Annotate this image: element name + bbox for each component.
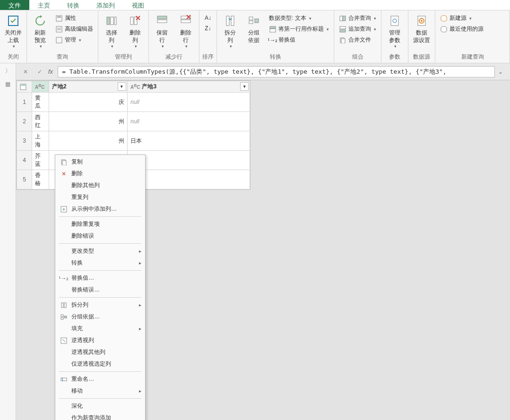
svg-rect-24 [340,30,346,32]
svg-rect-19 [270,26,276,28]
menu-unpivot-selected[interactable]: 仅逆透视选定列 [55,358,145,370]
column-context-menu: 复制 ✕删除 删除其他列 重复列 从示例中添加列… 删除重复项 删除错误 更改类… [55,154,146,420]
svg-rect-6 [111,17,113,25]
submenu-arrow-icon: ▸ [139,260,141,266]
menu-replace-values[interactable]: ¹→₂替换值… [55,272,145,284]
first-row-headers-button[interactable]: 将第一行用作标题▾ [267,24,331,34]
menu-delete[interactable]: ✕删除 [55,168,145,180]
properties-button[interactable]: 属性 [53,13,95,23]
remove-columns-button[interactable]: 删除 列▾ [125,12,146,51]
merge-queries-button[interactable]: 合并查询▾ [337,13,378,23]
column-header-origin3[interactable]: ABC 产地3 ▾ [127,81,250,93]
svg-rect-27 [391,16,398,26]
queries-pane-collapsed[interactable]: 〉 ▦ [0,63,16,420]
tab-add-column[interactable]: 添加列 [88,0,123,10]
menu-unpivot[interactable]: 逆透视列 [55,334,145,346]
column-header-category[interactable]: ABC [32,81,49,93]
cell[interactable]: 黄瓜 [32,93,49,112]
table-row[interactable]: 3上海州日本 [17,131,250,151]
cell[interactable]: 州 [49,112,128,131]
svg-rect-23 [340,26,346,29]
manage-params-button[interactable]: 管理 参数▾ [384,12,405,51]
menu-change-type[interactable]: 更改类型▸ [55,245,145,257]
cell[interactable]: 芥蓝 [32,151,49,170]
column-header-origin2[interactable]: 产地2 ▾ [49,81,128,93]
new-source-button[interactable]: 新建源▾ [438,13,485,23]
menu-add-from-example[interactable]: 从示例中添加列… [55,203,145,215]
formula-expand-button[interactable]: ⌄ [495,69,506,75]
svg-rect-11 [157,20,167,23]
tab-view[interactable]: 视图 [123,0,153,10]
select-columns-button[interactable]: 选择 列▾ [101,12,122,51]
manage-button[interactable]: 管理▾ [53,35,95,45]
menu-drill-down[interactable]: 深化 [55,400,145,412]
submenu-arrow-icon: ▸ [139,388,141,394]
menu-move[interactable]: 移动▸ [55,385,145,397]
remove-rows-button[interactable]: 删除 行▾ [175,12,196,51]
svg-rect-42 [61,317,63,319]
cell[interactable]: 西红 [32,112,49,131]
cell[interactable]: 庆 [49,93,128,112]
menu-fill[interactable]: 填充▸ [55,323,145,334]
menu-as-new-query[interactable]: 作为新查询添加 [55,412,145,420]
append-queries-button[interactable]: 追加查询▾ [337,24,378,34]
unpivot-icon [59,337,69,344]
cell[interactable]: 州 [49,131,128,151]
group-combine-label: 组合 [337,52,378,63]
combine-files-button[interactable]: 合并文件 [337,35,378,45]
corner-cell[interactable] [17,81,32,93]
group-transform-label: 转换 [220,52,331,63]
formula-commit-button[interactable]: ✓ [34,66,45,77]
menu-rename[interactable]: 重命名… [55,373,145,385]
menu-copy[interactable]: 复制 [55,156,145,168]
group-query: 刷新 预览▾ 属性 高级编辑器 管理▾ 查询 [27,10,98,63]
column-filter-button[interactable]: ▾ [118,82,126,91]
advanced-editor-button[interactable]: 高级编辑器 [53,24,95,34]
cell-null[interactable]: null [127,93,250,112]
data-type-button[interactable]: 数据类型: 文本▾ [267,13,331,23]
split-column-button[interactable]: 拆分 列▾ [220,12,241,51]
menu-duplicate[interactable]: 重复列 [55,191,145,203]
sort-asc-button[interactable]: A↓ [202,13,214,23]
tab-file[interactable]: 文件 [0,0,29,10]
menu-unpivot-other[interactable]: 逆透视其他列 [55,346,145,358]
menu-delete-other[interactable]: 删除其他列 [55,180,145,191]
cell-null[interactable]: null [127,170,250,189]
group-by-button[interactable]: 分组 依据 [243,12,264,45]
close-load-button[interactable]: 关闭并 上载▾ [3,12,24,51]
row-number: 4 [17,151,32,170]
menu-separator [59,371,141,372]
menu-remove-duplicates[interactable]: 删除重复项 [55,218,145,230]
formula-input[interactable]: = Table.TransformColumnTypes(源,{{"品类", t… [58,66,495,77]
menu-remove-errors[interactable]: 删除错误 [55,230,145,242]
formula-cancel-button[interactable]: ✕ [20,66,31,77]
cell[interactable]: 上海 [32,131,49,151]
svg-rect-26 [341,39,345,43]
tab-home[interactable]: 主页 [29,0,59,10]
svg-rect-13 [181,20,190,23]
manage-icon [55,36,63,44]
menu-replace-errors[interactable]: 替换错误… [55,284,145,296]
menu-transform[interactable]: 转换▸ [55,257,145,269]
cell[interactable]: 日本 [127,131,250,151]
keep-rows-button[interactable]: 保留 行▾ [152,12,173,51]
menu-group-by[interactable]: 分组依据… [55,311,145,323]
sort-desc-button[interactable]: Z↓ [202,24,214,33]
cell-null[interactable]: null [127,151,250,170]
properties-icon [55,15,63,22]
svg-rect-10 [157,16,167,19]
menu-split-column[interactable]: 拆分列▸ [55,299,145,311]
datasource-settings-button[interactable]: 数据 源设置 [411,12,432,45]
replace-values-button[interactable]: ¹→₂ 替换值 [267,35,331,45]
table-row[interactable]: 2西红州null [17,112,250,131]
table-row[interactable]: 1黄瓜庆null [17,93,250,112]
svg-rect-5 [107,17,110,25]
column-filter-button[interactable]: ▾ [240,82,249,91]
cell[interactable]: 香椿 [32,170,49,189]
text-type-icon: ABC [35,83,44,90]
recent-sources-button[interactable]: 最近使用的源 [438,24,485,34]
rename-icon [59,376,69,383]
cell-null[interactable]: null [127,112,250,131]
tab-transform[interactable]: 转换 [59,0,88,10]
refresh-preview-button[interactable]: 刷新 预览▾ [30,12,51,51]
